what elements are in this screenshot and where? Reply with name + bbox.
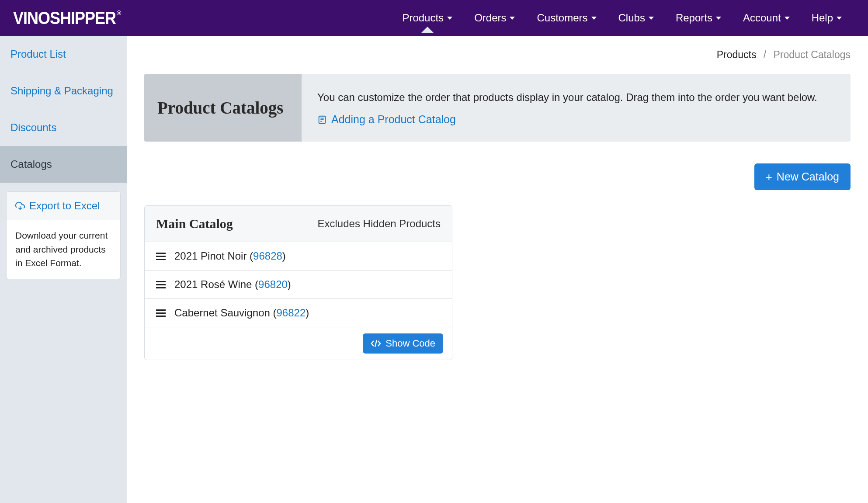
brand-logo[interactable]: VINOSHIPPER® [13,9,121,27]
sidebar-item-product-list[interactable]: Product List [0,36,127,73]
item-name: 2021 Pinot Noir [174,250,250,262]
nav-item-customers[interactable]: Customers [537,12,596,24]
nav-label: Customers [537,12,587,24]
cloud-download-icon [15,201,25,211]
top-navbar: VINOSHIPPER® ProductsOrdersCustomersClub… [0,0,868,36]
breadcrumb-current: Product Catalogs [774,49,851,60]
svg-line-4 [375,340,377,347]
item-text: 2021 Rosé Wine (96820) [174,278,291,291]
nav-item-clubs[interactable]: Clubs [618,12,654,24]
export-card: Export to Excel Download your current an… [6,191,121,279]
catalog-item[interactable]: 2021 Rosé Wine (96820) [145,270,452,298]
nav-item-account[interactable]: Account [743,12,790,24]
caret-down-icon [837,17,842,20]
new-catalog-button[interactable]: + New Catalog [754,163,851,190]
drag-handle-icon[interactable] [156,253,166,260]
export-description: Download your current and archived produ… [7,220,120,279]
nav-label: Reports [676,12,712,24]
new-catalog-label: New Catalog [777,170,839,183]
adding-catalog-link[interactable]: Adding a Product Catalog [317,113,835,126]
item-id-link[interactable]: 96822 [277,307,306,319]
page-title: Product Catalogs [157,98,284,118]
export-to-excel-link[interactable]: Export to Excel [7,192,120,220]
caret-down-icon [510,17,515,20]
item-id-link[interactable]: 96820 [258,278,288,290]
item-name: 2021 Rosé Wine [174,278,255,290]
item-text: Cabernet Sauvignon (96822) [174,307,309,319]
plus-icon: + [766,171,772,183]
nav-label: Products [402,12,444,24]
breadcrumb: Products / Product Catalogs [144,49,851,61]
catalog-item[interactable]: 2021 Pinot Noir (96828) [145,242,452,270]
catalog-header: Main Catalog Excludes Hidden Products [145,206,452,242]
breadcrumb-separator: / [764,49,766,60]
nav-items: ProductsOrdersCustomersClubsReportsAccou… [402,12,855,24]
show-code-button[interactable]: Show Code [363,333,443,354]
caret-down-icon [591,17,597,20]
sidebar: Product ListShipping & PackagingDiscount… [0,36,127,503]
catalog-item[interactable]: Cabernet Sauvignon (96822) [145,298,452,327]
nav-item-reports[interactable]: Reports [676,12,721,24]
catalog-title: Main Catalog [156,216,233,231]
drag-handle-icon[interactable] [156,281,166,288]
book-icon [317,115,327,125]
sidebar-item-catalogs[interactable]: Catalogs [0,146,127,183]
sidebar-item-discounts[interactable]: Discounts [0,109,127,146]
nav-label: Orders [474,12,506,24]
caret-down-icon [716,17,721,20]
main-content: Products / Product Catalogs Product Cata… [127,36,868,503]
catalog-note: Excludes Hidden Products [318,218,441,230]
caret-down-icon [447,17,452,20]
export-title: Export to Excel [29,200,100,212]
nav-label: Clubs [618,12,645,24]
active-indicator [421,27,434,33]
caret-down-icon [785,17,790,20]
nav-item-help[interactable]: Help [812,12,842,24]
nav-item-products[interactable]: Products [402,12,452,24]
nav-item-orders[interactable]: Orders [474,12,515,24]
hero-panel: Product Catalogs You can customize the o… [144,74,851,142]
nav-label: Help [812,12,833,24]
nav-label: Account [743,12,781,24]
item-text: 2021 Pinot Noir (96828) [174,250,286,262]
catalog-card: Main Catalog Excludes Hidden Products 20… [144,205,452,360]
item-name: Cabernet Sauvignon [174,307,273,319]
code-icon [371,340,381,347]
drag-handle-icon[interactable] [156,309,166,317]
hero-description: You can customize the order that product… [317,90,835,105]
hero-link-text: Adding a Product Catalog [331,113,456,126]
item-id-link[interactable]: 96828 [253,250,282,262]
caret-down-icon [649,17,654,20]
sidebar-item-shipping-packaging[interactable]: Shipping & Packaging [0,73,127,109]
breadcrumb-parent[interactable]: Products [717,49,757,60]
show-code-label: Show Code [385,338,435,349]
